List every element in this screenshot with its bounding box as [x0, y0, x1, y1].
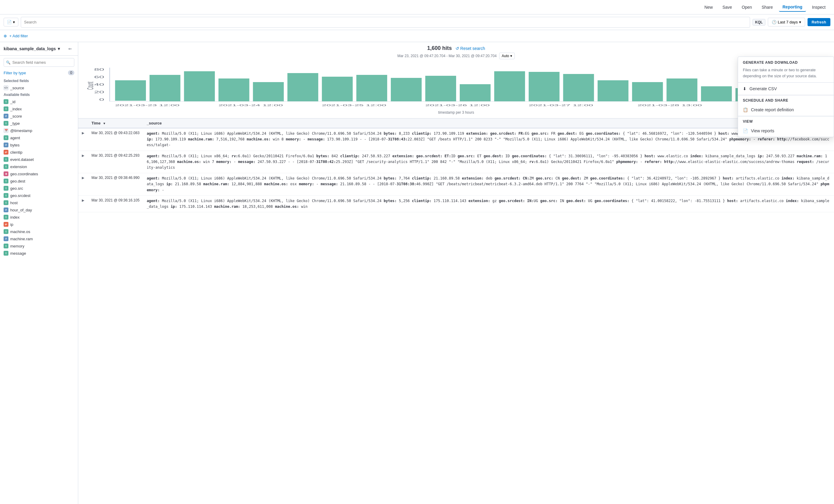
field-item-machine-ram[interactable]: # machine.ram — [0, 235, 78, 243]
main-layout: kibana_sample_data_logs ▾ ⇐ 🔍 Filter by … — [0, 42, 834, 504]
search-type-button[interactable]: 📄 ▾ — [4, 18, 18, 26]
view-reports-item[interactable]: 📄 View reports — [738, 125, 834, 137]
chevron-down-icon: ▾ — [13, 20, 15, 24]
search-bar-row: 📄 ▾ KQL 🕐 Last 7 days ▾ Refresh — [0, 15, 834, 30]
field-type-t-icon: t — [4, 215, 8, 220]
field-name: memory — [10, 244, 24, 248]
field-item-clientip[interactable]: IP clientip — [0, 148, 78, 156]
time-cell: Mar 30, 2021 @ 09:43:22.083 — [88, 128, 143, 151]
field-item-bytes[interactable]: # bytes — [0, 141, 78, 148]
field-item-host[interactable]: t host — [0, 199, 78, 206]
field-item-index2[interactable]: t index — [0, 213, 78, 221]
field-item-ip[interactable]: IP ip — [0, 221, 78, 228]
field-item-geo-srcdest[interactable]: t geo.srcdest — [0, 192, 78, 199]
field-type-t-icon: t — [4, 193, 8, 198]
share-button[interactable]: Share — [758, 3, 776, 12]
field-name: index — [10, 215, 20, 220]
field-item-id[interactable]: t _id — [0, 98, 78, 105]
sidebar-header: kibana_sample_data_logs ▾ ⇐ — [0, 42, 78, 55]
field-item-memory[interactable]: t memory — [0, 243, 78, 250]
field-item-source[interactable]: </> _source — [0, 84, 78, 91]
new-button[interactable]: New — [701, 3, 716, 12]
time-col-header[interactable]: Time ▼ — [88, 118, 143, 128]
content-area: 1,600 hits ↺ Reset search Mar 23, 2021 @… — [78, 42, 834, 504]
field-name: host — [10, 201, 18, 205]
field-item-geo-coordinates[interactable]: ⊕ geo.coordinates — [0, 170, 78, 178]
field-item-timestamp[interactable]: 📅 @timestamp — [0, 127, 78, 134]
refresh-button[interactable]: Refresh — [808, 18, 830, 26]
index-pattern-selector[interactable]: kibana_sample_data_logs ▾ — [4, 46, 60, 51]
create-report-item[interactable]: 📋 Create report definition — [738, 104, 834, 116]
field-item-type[interactable]: t _type — [0, 120, 78, 127]
svg-rect-12 — [287, 73, 318, 101]
time-picker-button[interactable]: 🕐 Last 7 days ▾ — [768, 18, 805, 26]
available-fields-label: Available fields — [0, 91, 78, 98]
field-item-message[interactable]: t message — [0, 250, 78, 257]
results-table-wrapper[interactable]: Time ▼ _source ▶ Mar 30, 2021 @ 09:43:22… — [78, 118, 834, 504]
expand-row-button[interactable]: ▶ — [82, 154, 84, 158]
chevron-down-icon: ▾ — [58, 46, 60, 51]
table-row: ▶ Mar 30, 2021 @ 09:36:16.105 agent: Moz… — [78, 196, 834, 212]
expand-row-button[interactable]: ▶ — [82, 176, 84, 180]
field-item-event-dataset[interactable]: t event.dataset — [0, 156, 78, 163]
save-button[interactable]: Save — [719, 3, 736, 12]
field-search-input[interactable] — [4, 58, 74, 67]
filter-by-type-button[interactable]: Filter by type — [4, 71, 26, 75]
field-item-hour-of-day[interactable]: # hour_of_day — [0, 206, 78, 213]
search-input[interactable] — [24, 20, 747, 24]
generate-csv-item[interactable]: ⬇ Generate CSV — [738, 83, 834, 95]
auto-button[interactable]: Auto ▾ — [499, 53, 515, 59]
field-item-index[interactable]: t _index — [0, 105, 78, 112]
date-range-row: Mar 23, 2021 @ 09:47:20.704 - Mar 30, 20… — [78, 53, 834, 61]
field-type-hash-icon: # — [4, 114, 8, 118]
download-icon: ⬇ — [743, 86, 746, 91]
field-name: clientip — [10, 150, 22, 155]
field-item-extension[interactable]: t extension — [0, 163, 78, 170]
field-name: extension — [10, 164, 27, 169]
reporting-button[interactable]: Reporting — [779, 3, 806, 12]
open-button[interactable]: Open — [738, 3, 755, 12]
field-name: ip — [10, 222, 13, 227]
sidebar: kibana_sample_data_logs ▾ ⇐ 🔍 Filter by … — [0, 42, 78, 504]
svg-rect-18 — [494, 71, 525, 101]
expand-row-button[interactable]: ▶ — [82, 131, 84, 135]
kql-badge[interactable]: KQL — [752, 19, 765, 26]
field-type-t-icon: t — [4, 200, 8, 205]
field-item-machine-os[interactable]: t machine.os — [0, 228, 78, 235]
svg-rect-21 — [597, 80, 628, 101]
field-item-agent[interactable]: t agent — [0, 134, 78, 141]
field-name: @timestamp — [10, 129, 32, 133]
field-type-source-icon: </> — [4, 85, 8, 90]
schedule-share-title: SCHEDULE AND SHARE — [738, 95, 834, 104]
toggle-sidebar-button[interactable]: ⇐ — [66, 45, 74, 52]
results-table: Time ▼ _source ▶ Mar 30, 2021 @ 09:43:22… — [78, 118, 834, 212]
field-item-geo-src[interactable]: t geo.src — [0, 185, 78, 192]
field-item-score[interactable]: # _score — [0, 112, 78, 120]
field-name: geo.src — [10, 186, 23, 191]
inspect-button[interactable]: Inspect — [808, 3, 829, 12]
source-cell: agent: Mozilla/5.0 (X11; Linux i686) App… — [143, 173, 834, 196]
index-pattern-name-label: kibana_sample_data_logs — [4, 46, 56, 51]
time-label: Last 7 days — [778, 20, 798, 24]
sidebar-search-wrapper: 🔍 — [4, 58, 74, 67]
source-cell: agent: Mozilla/5.0 (X11; Linux x86_64; r… — [143, 151, 834, 173]
svg-text:2021-03-25 12:00: 2021-03-25 12:00 — [322, 104, 386, 107]
field-item-geo-dest[interactable]: t geo.dest — [0, 178, 78, 185]
filter-count-badge: 0 — [68, 70, 74, 75]
add-filter-button[interactable]: + Add filter — [9, 34, 28, 38]
filter-by-type-label: Filter by type — [4, 71, 26, 75]
field-type-cal-icon: 📅 — [4, 128, 8, 133]
field-type-t-icon: t — [4, 186, 8, 191]
source-col-label: _source — [147, 121, 162, 125]
filter-by-type-row: Filter by type 0 — [0, 69, 78, 77]
field-name: _id — [10, 99, 15, 104]
field-type-t-icon: t — [4, 164, 8, 169]
search-icon: 🔍 — [6, 61, 10, 65]
expand-row-button[interactable]: ▶ — [82, 199, 84, 202]
field-name: agent — [10, 136, 20, 140]
time-cell: Mar 30, 2021 @ 09:36:16.105 — [88, 196, 143, 212]
reset-search-button[interactable]: ↺ Reset search — [456, 46, 485, 51]
generate-download-title: GENERATE AND DOWNLOAD — [738, 57, 834, 66]
svg-text:20: 20 — [94, 91, 104, 94]
field-type-t-icon: t — [4, 121, 8, 126]
